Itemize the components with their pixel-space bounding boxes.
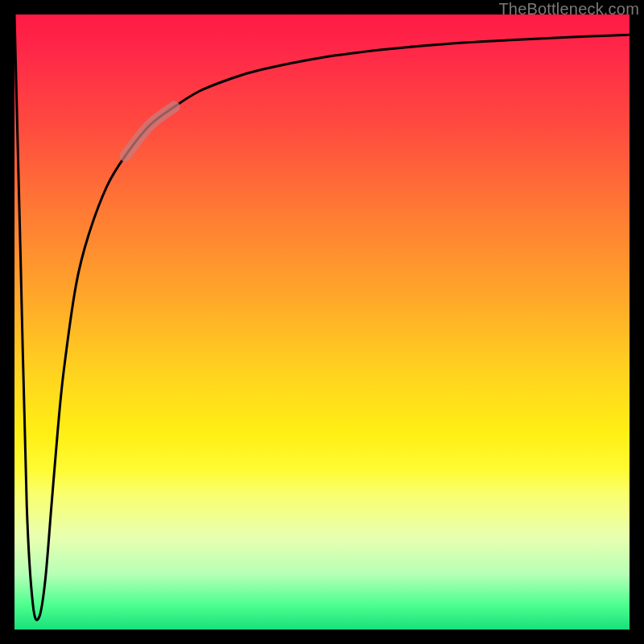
highlight-segment: [126, 107, 175, 156]
bottleneck-curve: [14, 14, 630, 620]
chart-root: TheBottleneck.com: [0, 0, 644, 644]
curve-svg: [14, 14, 630, 630]
plot-area: [14, 14, 630, 630]
